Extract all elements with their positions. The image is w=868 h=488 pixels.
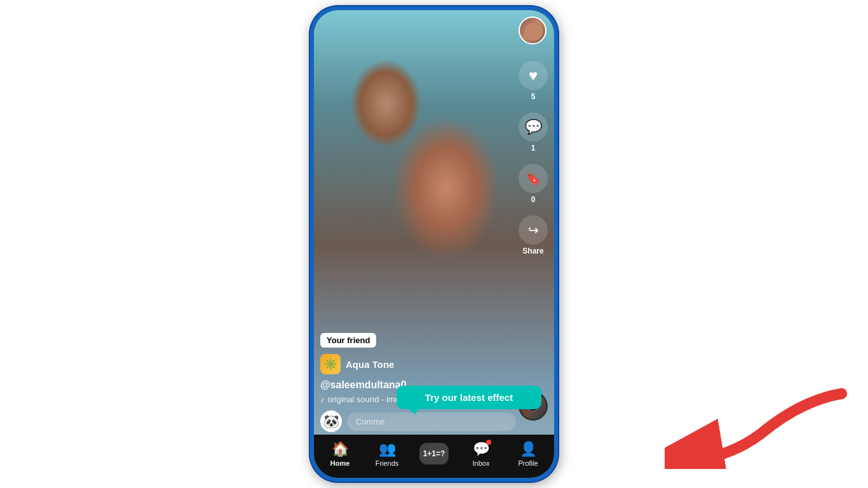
effect-tooltip[interactable]: Try our latest effect (397, 386, 541, 409)
phone-frame: ♥ 5 💬 1 🔖 0 ↪ Share Your friend (310, 6, 558, 482)
comment-icon: 💬 (519, 112, 548, 142)
share-button[interactable]: ↪ Share (519, 215, 548, 255)
nav-add[interactable]: 1+1=? (410, 443, 458, 464)
friend-badge: Your friend (320, 333, 376, 348)
scene: ♥ 5 💬 1 🔖 0 ↪ Share Your friend (0, 0, 868, 488)
right-actions: ♥ 5 💬 1 🔖 0 ↪ Share (519, 61, 548, 255)
inbox-notification-dot (486, 440, 491, 445)
heart-icon: ♥ (519, 61, 548, 90)
music-note-icon: ♪ (320, 395, 325, 404)
home-label: Home (330, 459, 350, 467)
bottom-nav: 🏠 Home 👥 Friends 1+1=? 💬 Inbox 👤 Profile (314, 435, 554, 478)
share-label: Share (522, 247, 543, 255)
add-button[interactable]: 1+1=? (419, 443, 449, 464)
home-icon: 🏠 (332, 441, 349, 458)
like-count: 5 (531, 92, 536, 101)
top-avatar[interactable] (519, 17, 546, 44)
sound-name: Aqua Tone (346, 359, 394, 370)
comment-avatar: 🐼 (320, 410, 342, 432)
bookmark-count: 0 (531, 195, 536, 204)
nav-profile[interactable]: 👤 Profile (505, 441, 552, 467)
bookmark-icon: 🔖 (519, 164, 548, 193)
comment-count: 1 (531, 144, 536, 152)
nav-friends[interactable]: 👥 Friends (363, 441, 410, 467)
inbox-icon: 💬 (473, 441, 490, 458)
friends-icon: 👥 (379, 441, 396, 458)
inbox-label: Inbox (473, 459, 490, 467)
nav-inbox[interactable]: 💬 Inbox (458, 441, 505, 467)
profile-label: Profile (518, 459, 538, 467)
comment-button[interactable]: 💬 1 (519, 112, 548, 152)
red-arrow-annotation (665, 386, 855, 469)
bookmark-button[interactable]: 🔖 0 (519, 164, 548, 204)
share-icon: ↪ (519, 215, 548, 245)
sound-icon: ✳️ (320, 354, 341, 374)
like-button[interactable]: ♥ 5 (519, 61, 548, 101)
profile-icon: 👤 (520, 441, 537, 458)
comment-input[interactable]: Comme (347, 412, 516, 431)
sound-badge[interactable]: ✳️ Aqua Tone (320, 354, 516, 374)
nav-home[interactable]: 🏠 Home (316, 441, 363, 467)
bottom-overlay: Your friend ✳️ Aqua Tone @saleemdultana0… (320, 333, 516, 432)
friends-label: Friends (376, 459, 399, 467)
